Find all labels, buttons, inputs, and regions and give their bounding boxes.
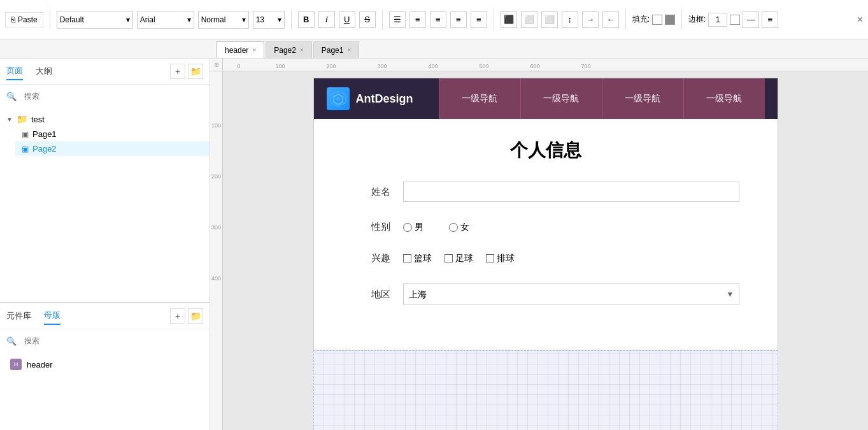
top-toolbar: ⎘ Paste Default ▾ Arial ▾ Normal ▾ 13 ▾ …: [0, 0, 868, 39]
checkbox-box-basketball: [403, 254, 411, 262]
canvas-content[interactable]: AntDesign 一级导航 一级导航 一级导航 一级导航 个人信息: [223, 71, 868, 430]
list-button[interactable]: ☰: [389, 11, 406, 28]
page-icon: ▣: [22, 130, 29, 139]
fill-color-gray[interactable]: [665, 15, 675, 25]
chevron-icon: ▼: [6, 116, 13, 123]
canvas-area: ⊕ 0 100 200 300 400 500 600 700 100 200 …: [210, 59, 868, 430]
tree-item-test[interactable]: ▼ 📁 test: [0, 111, 210, 127]
tab-close-page2[interactable]: ×: [300, 47, 304, 54]
components-panel-header: 元件库 母版 + 📁: [0, 303, 210, 329]
tab-page2[interactable]: Page2 ×: [266, 41, 312, 58]
header-logo: AntDesign: [327, 87, 413, 110]
size-select[interactable]: 13 ▾: [253, 11, 285, 29]
radio-male[interactable]: 男: [403, 222, 423, 233]
ruler-container: ⊕ 0 100 200 300 400 500 600 700: [210, 59, 868, 71]
divider-5: [625, 10, 626, 30]
checkbox-football[interactable]: 足球: [445, 253, 473, 264]
border-style-button[interactable]: —: [743, 11, 759, 28]
gender-radio-group: 男 女: [403, 222, 469, 233]
dotted-canvas-area: [313, 350, 778, 430]
ruler-mark-700: 700: [560, 63, 611, 69]
default-select[interactable]: Default ▾: [57, 11, 133, 29]
border-weight-button[interactable]: ≡: [762, 11, 778, 28]
add-page-button[interactable]: +: [170, 64, 185, 79]
region-select[interactable]: 上海 北京 广州 深圳: [403, 283, 739, 305]
radio-female[interactable]: 女: [449, 222, 469, 233]
form-row-gender: 性别 男 女: [352, 221, 739, 233]
align-right-button[interactable]: ≡: [450, 11, 467, 28]
nav-item-0[interactable]: 一级导航: [439, 78, 520, 119]
chevron-down-icon: ▾: [278, 15, 281, 24]
ruler-mark-600: 600: [509, 63, 560, 69]
divider-1: [50, 10, 50, 30]
vertical-ruler: 100 200 300 400: [210, 71, 223, 430]
border-value-input[interactable]: [708, 13, 727, 27]
form-label-interests: 兴趣: [352, 252, 390, 264]
ant-design-logo-svg: [329, 90, 347, 108]
name-input[interactable]: [403, 182, 739, 202]
text-right-button[interactable]: ⬜: [541, 11, 558, 28]
radio-circle-male: [403, 223, 412, 232]
style-select[interactable]: Normal ▾: [198, 11, 249, 29]
font-select[interactable]: Arial ▾: [137, 11, 194, 29]
underline-button[interactable]: U: [339, 11, 355, 28]
tab-pages[interactable]: 页面: [6, 62, 23, 80]
horizontal-ruler: 0 100 200 300 400 500 600 700: [223, 59, 868, 71]
fill-section: 填充:: [632, 14, 675, 25]
ruler-mark-200: 200: [306, 63, 357, 69]
outdent-button[interactable]: ←: [602, 11, 619, 28]
add-component-folder-button[interactable]: 📁: [188, 308, 203, 324]
checkbox-box-volleyball: [486, 254, 494, 262]
strikethrough-button[interactable]: S: [359, 11, 376, 28]
align-center-button[interactable]: ≡: [430, 11, 446, 28]
form-row-interests: 兴趣 篮球 足球: [352, 252, 739, 264]
align-justify-button[interactable]: ≡: [471, 11, 487, 28]
italic-button[interactable]: I: [318, 11, 335, 28]
page-icon: ▣: [22, 145, 29, 154]
tab-header[interactable]: header ×: [217, 41, 264, 58]
pages-tree: ▼ 📁 test ▣ Page1 ▣ Page2: [0, 108, 210, 302]
close-button[interactable]: ×: [857, 14, 863, 25]
tab-component-library[interactable]: 元件库: [6, 308, 31, 324]
fill-color-white[interactable]: [652, 15, 662, 25]
form-row-name: 姓名: [352, 182, 739, 202]
tab-masters[interactable]: 母版: [44, 307, 60, 325]
paste-icon: ⎘: [11, 15, 15, 24]
tab-outline[interactable]: 大纲: [36, 63, 52, 80]
form-label-region: 地区: [352, 289, 390, 301]
divider-2: [291, 10, 292, 30]
bold-button[interactable]: B: [298, 11, 315, 28]
align-left-button[interactable]: ≡: [409, 11, 426, 28]
add-folder-button[interactable]: 📁: [188, 64, 203, 79]
tab-close-page1[interactable]: ×: [347, 47, 351, 54]
form-area: 个人信息 姓名 性别 男: [314, 119, 778, 350]
v-ruler-400: 400: [210, 275, 222, 282]
ruler-mark-400: 400: [408, 63, 459, 69]
chevron-down-icon: ▾: [187, 15, 191, 24]
form-label-name: 姓名: [352, 186, 390, 198]
divider-6: [681, 10, 682, 30]
spacing-button[interactable]: ↕: [562, 11, 578, 28]
tree-item-page2[interactable]: ▣ Page2: [15, 141, 210, 156]
text-center-button[interactable]: ⬜: [521, 11, 537, 28]
ruler-mark-0: 0: [223, 63, 255, 69]
nav-item-1[interactable]: 一级导航: [520, 78, 602, 119]
tree-item-page1[interactable]: ▣ Page1: [15, 127, 210, 141]
component-item-header[interactable]: H header: [6, 356, 203, 373]
add-component-button[interactable]: +: [170, 308, 185, 324]
border-color-box[interactable]: [730, 15, 740, 25]
checkbox-basketball[interactable]: 篮球: [403, 253, 432, 264]
indent-button[interactable]: →: [582, 11, 599, 28]
v-ruler-300: 300: [210, 224, 222, 231]
pages-search-input[interactable]: [20, 89, 203, 104]
components-search-input[interactable]: [20, 333, 203, 348]
checkbox-volleyball[interactable]: 排球: [486, 253, 515, 264]
nav-item-2[interactable]: 一级导航: [602, 78, 683, 119]
nav-item-3[interactable]: 一级导航: [683, 78, 765, 119]
form-label-gender: 性别: [352, 221, 390, 233]
tab-page1[interactable]: Page1 ×: [313, 41, 360, 58]
tab-close-header[interactable]: ×: [252, 47, 256, 54]
text-left-button[interactable]: ⬛: [501, 11, 517, 28]
pages-panel-header: 页面 大纲 + 📁: [0, 59, 210, 85]
paste-button[interactable]: ⎘ Paste: [5, 12, 43, 27]
